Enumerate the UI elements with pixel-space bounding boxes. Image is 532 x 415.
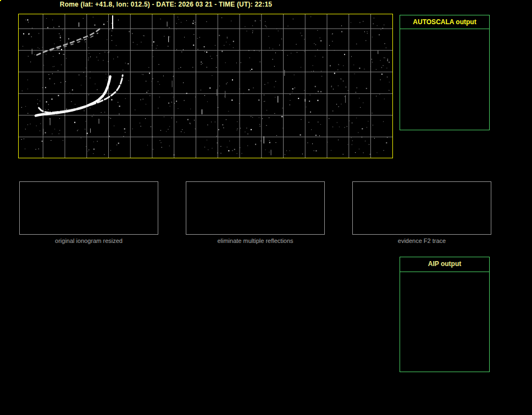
aip-table-border	[400, 257, 490, 372]
aip-header-divider	[400, 272, 489, 272]
plot-top-canvas	[19, 14, 392, 158]
thumbnail-multiple-reflections-removed	[186, 181, 325, 235]
ionogram-plot-top	[18, 14, 393, 158]
ionogram-plot-bottom	[0, 0, 1, 1]
page-title: Rome (lat: +41.8, lon: 012.5) - DATE: 20…	[0, 1, 332, 8]
thumbnail-evidence-f2-trace	[352, 181, 491, 235]
noise-speckles	[21, 16, 390, 156]
autoscala-output-table: AUTOSCALA output	[400, 15, 490, 130]
autoscala-screen: Rome (lat: +41.8, lon: 012.5) - DATE: 20…	[0, 0, 532, 415]
autoscala-table-header: AUTOSCALA output	[400, 15, 489, 29]
thumbnail-caption: evidence F2 trace	[352, 237, 491, 244]
thumbnail-caption: original ionogram resized	[19, 237, 158, 244]
hop-trace	[37, 28, 101, 55]
thumbnail-original-ionogram	[19, 181, 158, 235]
grid-lines	[19, 14, 392, 158]
aip-table-header: AIP output	[400, 260, 490, 268]
thumbnail-caption: eliminate multiple reflections	[186, 237, 325, 244]
